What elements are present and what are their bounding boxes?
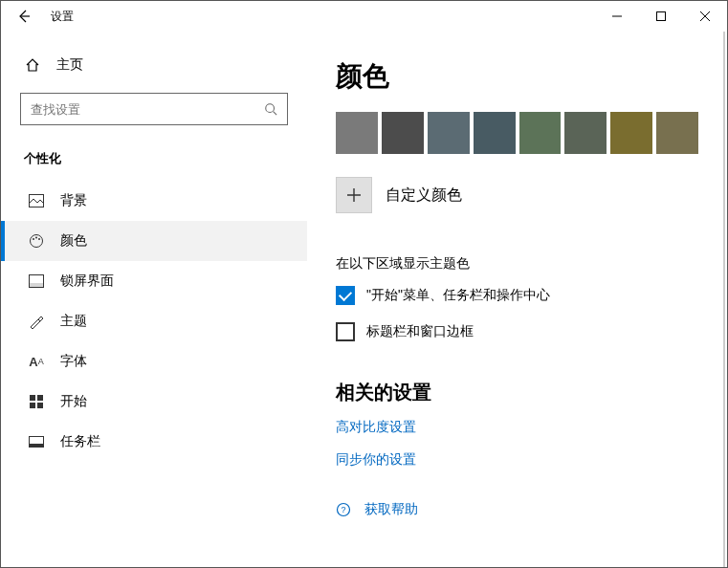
color-swatch[interactable] [610, 112, 652, 154]
start-icon [28, 395, 45, 408]
back-button[interactable] [1, 1, 47, 32]
color-swatch[interactable] [336, 112, 378, 154]
custom-color-label: 自定义颜色 [386, 186, 462, 206]
related-settings-header: 相关的设置 [336, 380, 698, 405]
page-title: 颜色 [336, 58, 698, 95]
svg-rect-11 [30, 403, 35, 408]
arrow-left-icon [16, 9, 32, 24]
custom-color-row: 自定义颜色 [336, 177, 698, 213]
picture-icon [28, 194, 45, 208]
accent-surfaces-header: 在以下区域显示主题色 [336, 255, 698, 273]
svg-rect-10 [37, 395, 43, 401]
sidebar-item-start[interactable]: 开始 [1, 382, 307, 422]
svg-point-5 [35, 237, 37, 239]
close-icon [700, 11, 710, 21]
svg-point-3 [31, 235, 43, 248]
content-pane: 颜色 自定义颜色 在以下区域显示主题色 "开始"菜单、任务栏和操作中心 标题栏和… [307, 32, 727, 567]
get-help-link[interactable]: ? 获取帮助 [336, 501, 698, 518]
home-icon [24, 57, 41, 73]
theme-icon [28, 314, 45, 329]
checkbox-label: "开始"菜单、任务栏和操作中心 [366, 287, 550, 304]
checkbox-icon [336, 286, 355, 305]
settings-window: 设置 主页 个性化 背景 [0, 0, 728, 568]
minimize-button[interactable] [595, 1, 639, 32]
color-swatch[interactable] [428, 112, 470, 154]
lockscreen-icon [28, 274, 45, 288]
palette-icon [28, 233, 45, 249]
taskbar-icon [28, 436, 45, 448]
sidebar-item-label: 背景 [60, 192, 87, 209]
svg-point-1 [266, 104, 275, 113]
color-swatch[interactable] [564, 112, 607, 154]
checkbox-titlebar-borders[interactable]: 标题栏和窗口边框 [336, 322, 698, 341]
svg-rect-14 [30, 444, 44, 448]
svg-point-6 [38, 238, 40, 240]
sidebar-item-label: 颜色 [60, 232, 87, 250]
search-input[interactable] [31, 102, 264, 117]
window-body: 主页 个性化 背景 颜色 锁屏界面 [1, 32, 727, 567]
svg-point-4 [33, 238, 34, 240]
scrollbar[interactable] [723, 32, 725, 567]
help-label: 获取帮助 [364, 501, 418, 518]
window-title: 设置 [51, 9, 74, 25]
link-high-contrast[interactable]: 高对比度设置 [336, 419, 698, 436]
search-container [20, 93, 288, 125]
help-icon: ? [336, 502, 351, 517]
checkbox-icon [336, 322, 355, 341]
search-icon [264, 102, 277, 116]
sidebar-item-label: 主题 [60, 313, 87, 330]
svg-rect-0 [657, 12, 666, 21]
color-swatch[interactable] [519, 112, 562, 154]
search-box[interactable] [20, 93, 288, 125]
home-nav[interactable]: 主页 [1, 47, 307, 83]
svg-text:?: ? [341, 505, 345, 514]
maximize-button[interactable] [639, 1, 683, 32]
checkbox-label: 标题栏和窗口边框 [366, 323, 474, 340]
color-swatch[interactable] [656, 112, 698, 154]
link-sync-settings[interactable]: 同步你的设置 [336, 451, 698, 469]
svg-rect-9 [30, 395, 35, 401]
minimize-icon [612, 11, 622, 21]
sidebar-item-taskbar[interactable]: 任务栏 [1, 422, 307, 462]
font-icon: AA [28, 355, 45, 369]
color-swatch[interactable] [474, 112, 516, 154]
svg-rect-8 [30, 283, 44, 288]
sidebar-item-label: 字体 [60, 353, 87, 370]
custom-color-button[interactable] [336, 177, 372, 213]
color-swatch[interactable] [382, 112, 424, 154]
checkbox-start-taskbar[interactable]: "开始"菜单、任务栏和操作中心 [336, 286, 698, 305]
sidebar-item-lockscreen[interactable]: 锁屏界面 [1, 261, 307, 301]
sidebar-item-label: 任务栏 [60, 433, 100, 450]
section-label: 个性化 [1, 142, 307, 181]
home-label: 主页 [56, 56, 83, 74]
maximize-icon [656, 11, 666, 21]
color-swatches [336, 112, 698, 154]
titlebar: 设置 [1, 1, 727, 32]
plus-icon [347, 188, 361, 202]
sidebar-item-fonts[interactable]: AA 字体 [1, 341, 307, 382]
window-controls [595, 1, 727, 32]
sidebar-item-colors[interactable]: 颜色 [1, 221, 307, 261]
sidebar-item-label: 锁屏界面 [60, 273, 114, 290]
sidebar-item-background[interactable]: 背景 [1, 181, 307, 221]
sidebar-item-themes[interactable]: 主题 [1, 301, 307, 341]
svg-rect-12 [37, 403, 43, 408]
sidebar: 主页 个性化 背景 颜色 锁屏界面 [1, 32, 307, 567]
sidebar-item-label: 开始 [60, 393, 87, 410]
close-button[interactable] [683, 1, 727, 32]
